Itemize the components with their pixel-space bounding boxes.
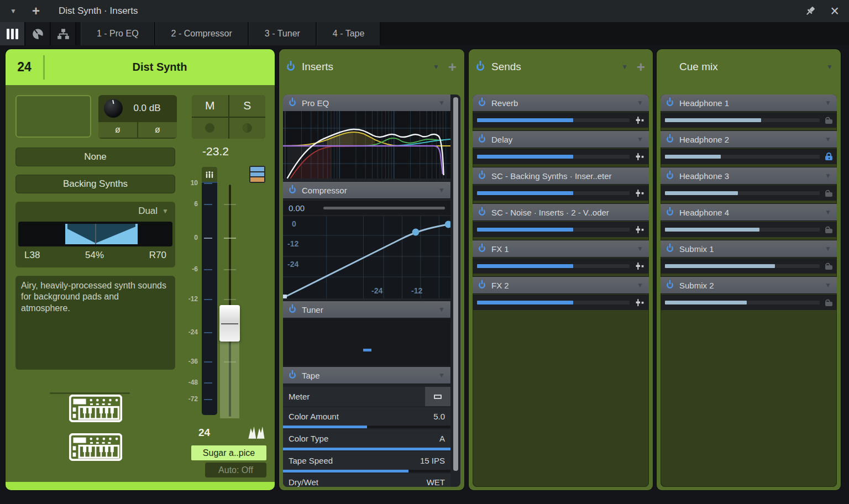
chevron-down-icon[interactable]: ▼ xyxy=(825,172,831,180)
fader-handle[interactable] xyxy=(219,305,240,342)
solo-button[interactable]: S xyxy=(229,95,266,117)
cue-slot-submix-1[interactable]: Submix 1 ▼ xyxy=(661,240,837,257)
pre-post-fader-icon[interactable] xyxy=(635,262,644,270)
chevron-down-icon[interactable]: ▼ xyxy=(438,306,445,313)
tape-param-tape-speed[interactable]: Tape Speed 15 IPS xyxy=(283,452,450,473)
tab-compressor[interactable]: 2 - Compressor xyxy=(155,22,249,45)
pre-post-fader-icon[interactable] xyxy=(635,298,644,307)
waveform-icon[interactable] xyxy=(248,426,265,439)
send-slot-fx1[interactable]: FX 1 ▼ xyxy=(473,240,649,257)
pre-post-fader-icon[interactable] xyxy=(635,153,644,161)
cue-level-slider[interactable] xyxy=(665,301,820,305)
cue-slot-headphone-3[interactable]: Headphone 3 ▼ xyxy=(661,167,837,184)
chevron-down-icon[interactable]: ▼ xyxy=(433,63,439,71)
bus-select-button[interactable]: Backing Synths xyxy=(15,175,175,193)
cue-level-slider[interactable] xyxy=(665,191,820,195)
power-icon[interactable] xyxy=(289,306,296,313)
param-slider[interactable] xyxy=(283,470,450,473)
chevron-down-icon[interactable]: ▼ xyxy=(825,208,831,216)
pan-mode-select[interactable]: Dual ▼ xyxy=(138,206,169,217)
routing-view-button[interactable] xyxy=(51,22,76,45)
insert-slot-pro-eq[interactable]: Pro EQ ▼ xyxy=(283,95,450,111)
param-slider[interactable] xyxy=(283,448,450,450)
insert-slot-tuner[interactable]: Tuner ▼ xyxy=(283,301,450,318)
tab-tape[interactable]: 4 - Tape xyxy=(317,22,381,45)
insert-slot-compressor[interactable]: Compressor ▼ xyxy=(283,182,450,198)
pan-left-value[interactable]: L38 xyxy=(24,250,40,261)
send-level-slider[interactable] xyxy=(477,118,630,122)
cue-level-slider[interactable] xyxy=(665,155,820,159)
layers-icon[interactable] xyxy=(249,166,265,183)
phase-left-button[interactable]: ø xyxy=(98,122,138,138)
channel-view-button[interactable] xyxy=(0,22,25,45)
record-arm-button[interactable] xyxy=(192,118,228,139)
add-tab-button[interactable]: + xyxy=(32,4,40,18)
cue-level-slider[interactable] xyxy=(665,118,820,122)
channel-name[interactable]: Dist Synth xyxy=(45,61,275,74)
param-slider[interactable] xyxy=(283,426,450,428)
channel-image-placeholder[interactable] xyxy=(15,95,91,138)
lock-icon[interactable] xyxy=(825,225,832,233)
pan-display[interactable] xyxy=(18,222,172,246)
power-icon[interactable] xyxy=(667,99,673,106)
pin-icon[interactable] xyxy=(805,6,816,17)
tab-pro-eq[interactable]: 1 - Pro EQ xyxy=(81,22,155,45)
power-icon[interactable] xyxy=(479,282,485,288)
power-icon[interactable] xyxy=(289,372,296,379)
cue-level-slider[interactable] xyxy=(665,264,820,268)
add-insert-button[interactable]: + xyxy=(448,60,457,74)
chevron-down-icon[interactable]: ▼ xyxy=(637,245,643,253)
channel-header[interactable]: 24 Dist Synth xyxy=(6,49,275,85)
send-slot-reverb[interactable]: Reverb ▼ xyxy=(473,95,649,111)
send-slot-delay[interactable]: Delay ▼ xyxy=(473,131,649,148)
send-slot-sidechain-1[interactable]: SC - Backing Synths · Inser..eter xyxy=(473,167,649,184)
pan-center-value[interactable]: 54% xyxy=(40,250,149,261)
window-menu-triangle-icon[interactable]: ▼ xyxy=(10,7,17,15)
chevron-down-icon[interactable]: ▼ xyxy=(438,371,445,379)
chevron-down-icon[interactable]: ▼ xyxy=(825,135,831,143)
pre-post-fader-icon[interactable] xyxy=(635,225,644,234)
chevron-down-icon[interactable]: ▼ xyxy=(637,135,643,143)
automation-mode[interactable]: Auto: Off xyxy=(205,463,266,477)
lock-icon[interactable] xyxy=(825,116,832,124)
gain-value[interactable]: 0.0 dB xyxy=(123,103,171,114)
power-icon[interactable] xyxy=(479,99,485,106)
power-icon[interactable] xyxy=(667,136,673,143)
tuner-display[interactable] xyxy=(283,319,450,366)
send-level-slider[interactable] xyxy=(477,228,630,232)
tape-param-dry-wet[interactable]: Dry/Wet WET xyxy=(283,474,450,487)
cue-slot-submix-2[interactable]: Submix 2 ▼ xyxy=(661,277,837,293)
chevron-down-icon[interactable]: ▼ xyxy=(621,63,628,71)
phase-right-button[interactable]: ø xyxy=(138,122,177,138)
chevron-down-icon[interactable]: ▼ xyxy=(825,99,831,107)
chevron-down-icon[interactable]: ▼ xyxy=(825,281,831,289)
close-icon[interactable]: × xyxy=(830,4,839,19)
send-level-slider[interactable] xyxy=(477,155,630,159)
chevron-down-icon[interactable]: ▼ xyxy=(637,281,643,289)
lock-icon[interactable] xyxy=(825,189,832,197)
send-slot-sidechain-2[interactable]: SC - Noise · Inserts · 2 - V..oder xyxy=(473,204,649,221)
lock-icon[interactable] xyxy=(825,298,832,306)
cue-slot-headphone-4[interactable]: Headphone 4 ▼ xyxy=(661,204,837,221)
fader-db-value[interactable]: -23.2 xyxy=(185,145,246,158)
compressor-curve-display[interactable]: 0 -12 -24 -24 -12 xyxy=(283,216,450,298)
power-icon[interactable] xyxy=(667,245,673,252)
pro-eq-curve-display[interactable] xyxy=(283,111,450,179)
insert-slot-tape[interactable]: Tape ▼ xyxy=(283,367,450,384)
lock-icon[interactable] xyxy=(825,153,832,160)
channel-notes[interactable]: Airy, heavily-processed synth sounds for… xyxy=(15,276,175,370)
knob-view-button[interactable] xyxy=(25,22,51,45)
tape-param-color-amount[interactable]: Color Amount 5.0 xyxy=(283,407,450,428)
chevron-down-icon[interactable]: ▼ xyxy=(637,99,643,107)
monitor-button[interactable] xyxy=(229,118,266,139)
pre-post-fader-icon[interactable] xyxy=(635,189,644,197)
power-icon[interactable] xyxy=(479,172,485,179)
power-icon[interactable] xyxy=(289,187,296,193)
send-slot-fx2[interactable]: FX 2 ▼ xyxy=(473,277,649,293)
power-icon[interactable] xyxy=(479,136,485,143)
notes-resize-handle[interactable] xyxy=(50,392,130,394)
power-icon[interactable] xyxy=(289,99,296,106)
chevron-down-icon[interactable]: ▼ xyxy=(438,186,445,194)
chevron-down-icon[interactable]: ▼ xyxy=(825,245,831,253)
tape-param-color-type[interactable]: Color Type A xyxy=(283,429,450,450)
